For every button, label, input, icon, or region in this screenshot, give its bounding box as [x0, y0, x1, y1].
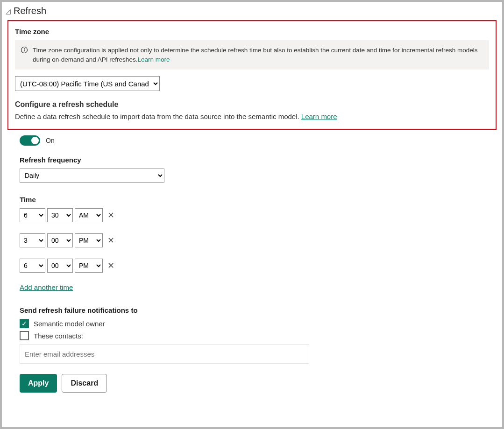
frequency-label: Refresh frequency [20, 156, 494, 164]
notify-contacts-checkbox[interactable] [20, 331, 29, 340]
highlight-region: Time zone Time zone configuration is app… [7, 20, 497, 130]
timezone-select[interactable]: (UTC-08:00) Pacific Time (US and Canada) [15, 76, 160, 91]
schedule-toggle[interactable] [20, 135, 40, 146]
schedule-toggle-row: On [20, 135, 494, 146]
notify-owner-row: ✓ Semantic model owner [20, 319, 494, 328]
action-buttons: Apply Discard [20, 374, 494, 393]
time-ampm-select[interactable]: PM [75, 233, 103, 247]
time-minute-select[interactable]: 00 [47, 259, 73, 273]
timezone-info-text: Time zone configuration is applied not o… [33, 46, 481, 64]
schedule-learn-more-link[interactable]: Learn more [301, 113, 337, 120]
time-ampm-select[interactable]: PM [75, 259, 103, 273]
timezone-info-message: Time zone configuration is applied not o… [33, 47, 478, 63]
time-ampm-select[interactable]: AM [75, 208, 103, 222]
notifications-label: Send refresh failure notifications to [20, 306, 494, 314]
notify-owner-checkbox[interactable]: ✓ [20, 319, 29, 328]
schedule-description-text: Define a data refresh schedule to import… [15, 113, 301, 120]
schedule-body: On Refresh frequency Daily Time 6 30 AM … [6, 135, 498, 393]
time-hour-select[interactable]: 6 [20, 259, 45, 273]
section-header: ◿ Refresh [6, 6, 498, 16]
notify-contacts-label: These contacts: [34, 332, 83, 340]
schedule-heading: Configure a refresh schedule [15, 100, 489, 109]
svg-rect-2 [24, 49, 24, 51]
timezone-label: Time zone [15, 28, 489, 35]
timezone-learn-more-link[interactable]: Learn more [137, 56, 170, 63]
time-row: 6 00 PM ✕ [20, 259, 494, 273]
section-title: Refresh [14, 6, 46, 16]
schedule-toggle-label: On [46, 137, 55, 144]
svg-point-1 [24, 48, 25, 49]
add-another-time-link[interactable]: Add another time [20, 283, 73, 291]
notify-owner-label: Semantic model owner [34, 320, 105, 328]
remove-time-icon[interactable]: ✕ [107, 235, 114, 246]
schedule-description: Define a data refresh schedule to import… [15, 113, 489, 120]
time-hour-select[interactable]: 3 [20, 233, 45, 247]
notify-contacts-row: These contacts: [20, 331, 494, 340]
remove-time-icon[interactable]: ✕ [107, 260, 114, 271]
time-row: 6 30 AM ✕ [20, 208, 494, 222]
time-minute-select[interactable]: 30 [47, 208, 73, 222]
collapse-icon[interactable]: ◿ [6, 7, 11, 15]
info-icon [21, 46, 28, 54]
time-label: Time [20, 196, 494, 204]
contacts-email-input[interactable] [20, 344, 309, 364]
discard-button[interactable]: Discard [62, 374, 107, 393]
frequency-select[interactable]: Daily [20, 169, 164, 183]
time-minute-select[interactable]: 00 [47, 233, 73, 247]
remove-time-icon[interactable]: ✕ [107, 210, 114, 220]
time-row: 3 00 PM ✕ [20, 233, 494, 247]
apply-button[interactable]: Apply [20, 374, 57, 393]
refresh-settings-panel: ◿ Refresh Time zone Time zone configurat… [0, 0, 504, 429]
timezone-info-banner: Time zone configuration is applied not o… [15, 40, 489, 70]
time-hour-select[interactable]: 6 [20, 208, 45, 222]
